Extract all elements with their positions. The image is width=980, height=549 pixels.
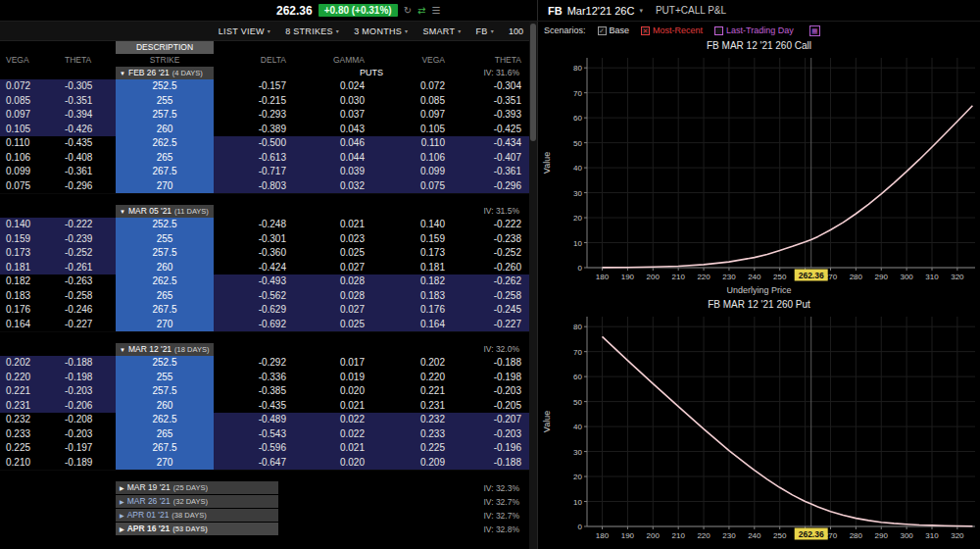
description-header-row: DESCRIPTION xyxy=(0,41,537,54)
table-row[interactable]: 0.181-0.261260-0.4240.0270.181-0.260 xyxy=(0,261,529,275)
toolbar-dropdown-smart[interactable]: SMART▾ xyxy=(422,26,461,36)
strike-cell[interactable]: 262.5 xyxy=(116,274,214,290)
greek-cell: -0.293 xyxy=(214,108,294,124)
strike-cell[interactable]: 257.5 xyxy=(116,246,214,262)
scenario-toggle-base[interactable]: ✓Base xyxy=(598,25,630,35)
expiry-collapse-toggle[interactable]: ▼FEB 26 '21(4 DAYS) xyxy=(116,67,214,79)
table-row[interactable]: 0.182-0.263262.5-0.4930.0280.182-0.262 xyxy=(0,274,529,289)
expiry-expand-toggle[interactable]: ▶APR 16 '21(53 DAYS) xyxy=(116,523,278,535)
collapsed-expiry-row[interactable]: ▶APR 16 '21(53 DAYS)IV: 32.8% xyxy=(0,523,529,536)
strike-cell[interactable]: 262.5 xyxy=(116,136,214,152)
strike-cell[interactable]: 265 xyxy=(116,151,214,167)
collapsed-expiry-row[interactable]: ▶APR 01 '21(38 DAYS)IV: 32.7% xyxy=(0,509,529,523)
strike-cell[interactable]: 262.5 xyxy=(116,413,214,428)
strike-cell[interactable]: 257.5 xyxy=(116,108,214,124)
table-row[interactable]: 0.176-0.246267.5-0.6290.0270.176-0.245 xyxy=(0,303,529,318)
table-row[interactable]: 0.233-0.203265-0.5430.0220.233-0.203 xyxy=(0,427,529,442)
greek-cell: 0.164 xyxy=(372,318,453,333)
refresh-icon[interactable]: ↻ xyxy=(404,5,412,16)
greek-cell: -0.245 xyxy=(453,303,529,319)
strike-cell[interactable]: 265 xyxy=(116,427,214,443)
table-row[interactable]: 0.232-0.208262.5-0.4890.0220.232-0.207 xyxy=(0,413,529,427)
checkbox-icon[interactable]: ✕ xyxy=(641,26,650,35)
table-row[interactable]: 0.099-0.361267.5-0.7170.0390.099-0.361 xyxy=(0,165,529,179)
greek-cell: 0.231 xyxy=(372,399,453,415)
checkbox-icon[interactable]: ✓ xyxy=(598,26,607,35)
greek-cell: 0.221 xyxy=(372,384,453,400)
table-row[interactable]: 0.097-0.394257.5-0.2930.0370.097-0.393 xyxy=(0,108,529,123)
toolbar-dropdown-list-view[interactable]: LIST VIEW▾ xyxy=(219,26,270,36)
expiry-collapse-toggle[interactable]: ▼MAR 05 '21(11 DAYS) xyxy=(116,205,214,218)
table-row[interactable]: 0.225-0.197267.5-0.5960.0210.225-0.196 xyxy=(0,441,529,456)
collapsed-expiry-row[interactable]: ▶MAR 19 '21(25 DAYS)IV: 32.3% xyxy=(0,481,529,495)
strike-cell[interactable]: 267.5 xyxy=(116,303,214,319)
expiry-group-header: ▼MAR 12 '21(18 DAYS)IV: 32.0% xyxy=(0,343,529,356)
svg-text:310: 310 xyxy=(925,273,939,281)
checkbox-icon[interactable] xyxy=(714,26,723,35)
table-row[interactable]: 0.221-0.203257.5-0.3850.0200.221-0.203 xyxy=(0,384,529,399)
table-row[interactable]: 0.075-0.296270-0.8030.0320.075-0.296 xyxy=(0,179,529,194)
scenario-toggle-most-recent[interactable]: ✕Most-Recent xyxy=(641,25,703,35)
greek-cell: 0.231 xyxy=(0,399,59,415)
table-row[interactable]: 0.140-0.222252.5-0.2480.0210.140-0.222 xyxy=(0,218,529,232)
expiry-collapse-toggle[interactable]: ▼MAR 12 '21(18 DAYS) xyxy=(116,343,214,356)
vertical-scrollbar[interactable] xyxy=(529,22,537,549)
chevron-down-icon[interactable]: ▾ xyxy=(639,7,643,15)
expiry-days: (18 DAYS) xyxy=(174,345,209,354)
strike-cell[interactable]: 260 xyxy=(116,399,214,415)
contract-name[interactable]: Mar12'21 26C xyxy=(567,5,635,17)
table-row[interactable]: 0.183-0.258265-0.5620.0280.183-0.258 xyxy=(0,289,529,304)
expiry-expand-toggle[interactable]: ▶MAR 26 '21(32 DAYS) xyxy=(116,495,278,508)
greek-cell: 0.176 xyxy=(372,303,453,319)
strike-cell[interactable]: 252.5 xyxy=(116,79,214,95)
strike-cell[interactable]: 270 xyxy=(116,179,214,195)
strike-cell[interactable]: 257.5 xyxy=(116,384,214,400)
table-row[interactable]: 0.085-0.351255-0.2150.0300.085-0.351 xyxy=(0,94,529,109)
table-row[interactable]: 0.072-0.305252.5-0.1570.0240.072-0.304 xyxy=(0,79,529,94)
strike-cell[interactable]: 252.5 xyxy=(116,218,214,233)
table-row[interactable]: 0.159-0.239255-0.3010.0230.159-0.238 xyxy=(0,232,529,247)
link-icon[interactable]: ⇄ xyxy=(417,5,425,16)
greek-cell: 0.097 xyxy=(0,108,59,124)
greek-cell: 0.046 xyxy=(294,136,372,152)
scrollbar-thumb[interactable] xyxy=(530,24,536,141)
greek-cell: 0.024 xyxy=(294,79,372,95)
toolbar-dropdown-8-strikes[interactable]: 8 STRIKES▾ xyxy=(285,26,339,36)
strike-cell[interactable]: 255 xyxy=(116,94,214,110)
expiry-expand-toggle[interactable]: ▶MAR 19 '21(25 DAYS) xyxy=(116,481,278,494)
greek-cell: -0.239 xyxy=(59,232,116,248)
menu-icon[interactable]: ☰ xyxy=(431,5,440,16)
strike-cell[interactable]: 270 xyxy=(116,456,214,472)
strike-cell[interactable]: 267.5 xyxy=(116,165,214,180)
strike-cell[interactable]: 267.5 xyxy=(116,441,214,457)
strike-cell[interactable]: 255 xyxy=(116,371,214,386)
scenarios-bar: Scenarios:✓Base✕Most-RecentLast-Trading … xyxy=(538,22,980,39)
greek-cell: 0.202 xyxy=(372,356,453,372)
options-table-body: ▼FEB 26 '21(4 DAYS)PUTSIV: 31.6%0.072-0.… xyxy=(0,67,529,536)
table-row[interactable]: 0.110-0.435262.5-0.5000.0460.110-0.434 xyxy=(0,136,529,151)
table-row[interactable]: 0.106-0.408265-0.6130.0440.106-0.407 xyxy=(0,151,529,166)
chevron-down-icon: ▾ xyxy=(268,27,270,34)
strike-cell[interactable]: 265 xyxy=(116,289,214,305)
collapsed-expiry-row[interactable]: ▶MAR 26 '21(32 DAYS)IV: 32.7% xyxy=(0,495,529,509)
table-row[interactable]: 0.105-0.426260-0.3890.0430.105-0.425 xyxy=(0,123,529,137)
svg-text:280: 280 xyxy=(850,273,863,281)
expiry-expand-toggle[interactable]: ▶APR 01 '21(38 DAYS) xyxy=(116,509,278,522)
toolbar-dropdown-fb[interactable]: FB▾ xyxy=(476,26,494,36)
strike-cell[interactable]: 260 xyxy=(116,123,214,138)
scenario-settings-icon[interactable]: ▦ xyxy=(809,25,820,36)
table-row[interactable]: 0.210-0.189270-0.6470.0200.209-0.188 xyxy=(0,456,529,471)
table-row[interactable]: 0.173-0.252257.5-0.3600.0250.173-0.252 xyxy=(0,246,529,261)
plot-type-label: PUT+CALL P&L xyxy=(656,5,726,16)
table-row[interactable]: 0.220-0.198255-0.3360.0190.220-0.198 xyxy=(0,371,529,385)
strike-cell[interactable]: 252.5 xyxy=(116,356,214,372)
strike-cell[interactable]: 255 xyxy=(116,232,214,248)
toolbar-dropdown-3-months[interactable]: 3 MONTHS▾ xyxy=(354,26,408,36)
table-row[interactable]: 0.202-0.188252.5-0.2920.0170.202-0.188 xyxy=(0,356,529,371)
greek-cell: 0.173 xyxy=(0,246,59,262)
strike-cell[interactable]: 270 xyxy=(116,318,214,333)
scenario-toggle-last-trading-day[interactable]: Last-Trading Day xyxy=(714,25,794,35)
strike-cell[interactable]: 260 xyxy=(116,261,214,276)
table-row[interactable]: 0.231-0.206260-0.4350.0210.231-0.205 xyxy=(0,399,529,414)
table-row[interactable]: 0.164-0.227270-0.6920.0250.164-0.227 xyxy=(0,318,529,332)
